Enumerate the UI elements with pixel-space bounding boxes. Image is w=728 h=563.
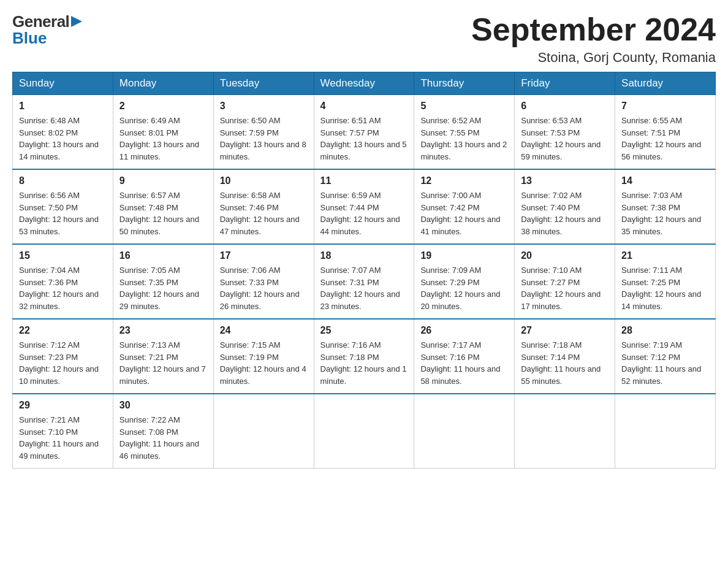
day-number: 28 [621,323,709,338]
sunset-text: Sunset: 7:10 PM [19,426,107,439]
sunrise-text: Sunrise: 7:05 AM [119,264,207,277]
day-number: 2 [119,99,207,113]
table-row: 11Sunrise: 6:59 AMSunset: 7:44 PMDayligh… [314,169,414,244]
sunrise-text: Sunrise: 7:09 AM [420,264,508,277]
daylight-text: Daylight: 12 hours and 1 minute. [320,363,408,387]
table-row: 24Sunrise: 7:15 AMSunset: 7:19 PMDayligh… [213,319,314,394]
day-number: 14 [621,174,709,188]
sunset-text: Sunset: 7:27 PM [521,277,609,289]
day-number: 1 [19,99,107,113]
table-row: 15Sunrise: 7:04 AMSunset: 7:36 PMDayligh… [13,244,113,319]
table-row: 3Sunrise: 6:50 AMSunset: 7:59 PMDaylight… [213,95,314,170]
sunrise-text: Sunrise: 7:17 AM [420,339,508,351]
table-row: 16Sunrise: 7:05 AMSunset: 7:35 PMDayligh… [113,244,213,319]
sunset-text: Sunset: 8:02 PM [19,127,107,139]
daylight-text: Daylight: 12 hours and 26 minutes. [220,288,308,312]
sunset-text: Sunset: 7:44 PM [320,202,408,214]
table-row [314,394,414,469]
sunset-text: Sunset: 7:50 PM [19,202,107,214]
day-number: 15 [19,248,107,263]
daylight-text: Daylight: 11 hours and 49 minutes. [19,438,107,462]
calendar-title: September 2024 [471,12,716,47]
sunrise-text: Sunrise: 6:52 AM [420,115,508,127]
daylight-text: Daylight: 12 hours and 47 minutes. [220,213,308,237]
day-number: 24 [220,323,308,338]
sunset-text: Sunset: 7:33 PM [220,277,308,289]
table-row [414,394,515,469]
logo: General Blue [12,12,83,48]
day-number: 10 [220,174,308,188]
table-row: 19Sunrise: 7:09 AMSunset: 7:29 PMDayligh… [414,244,515,319]
header-saturday: Saturday [615,72,716,95]
daylight-text: Daylight: 12 hours and 53 minutes. [19,213,107,237]
sunset-text: Sunset: 7:42 PM [420,202,508,214]
table-row: 21Sunrise: 7:11 AMSunset: 7:25 PMDayligh… [615,244,716,319]
daylight-text: Daylight: 12 hours and 44 minutes. [320,213,408,237]
daylight-text: Daylight: 13 hours and 8 minutes. [220,139,308,163]
sunrise-text: Sunrise: 7:04 AM [19,264,107,277]
table-row: 28Sunrise: 7:19 AMSunset: 7:12 PMDayligh… [615,319,716,394]
table-row: 22Sunrise: 7:12 AMSunset: 7:23 PMDayligh… [13,319,113,394]
table-row: 18Sunrise: 7:07 AMSunset: 7:31 PMDayligh… [314,244,414,319]
day-number: 16 [119,248,207,263]
sunrise-text: Sunrise: 7:11 AM [621,264,709,277]
daylight-text: Daylight: 11 hours and 55 minutes. [521,363,609,387]
logo-arrow-icon [70,15,83,28]
logo-blue-text: Blue [12,29,47,48]
sunrise-text: Sunrise: 6:55 AM [621,115,709,127]
sunset-text: Sunset: 7:18 PM [320,351,408,364]
sunrise-text: Sunrise: 6:53 AM [521,115,609,127]
daylight-text: Daylight: 13 hours and 5 minutes. [320,139,408,163]
sunset-text: Sunset: 7:31 PM [320,277,408,289]
daylight-text: Daylight: 12 hours and 38 minutes. [521,213,609,237]
sunrise-text: Sunrise: 6:48 AM [19,115,107,127]
table-row: 29Sunrise: 7:21 AMSunset: 7:10 PMDayligh… [13,394,113,469]
sunrise-text: Sunrise: 6:59 AM [320,190,408,202]
sunset-text: Sunset: 7:35 PM [119,277,207,289]
daylight-text: Daylight: 13 hours and 11 minutes. [119,139,207,163]
sunset-text: Sunset: 7:51 PM [621,127,709,139]
sunset-text: Sunset: 7:57 PM [320,127,408,139]
table-row: 14Sunrise: 7:03 AMSunset: 7:38 PMDayligh… [615,169,716,244]
day-number: 29 [19,398,107,413]
day-number: 5 [420,99,508,113]
daylight-text: Daylight: 12 hours and 7 minutes. [119,363,207,387]
daylight-text: Daylight: 12 hours and 32 minutes. [19,288,107,312]
table-row: 26Sunrise: 7:17 AMSunset: 7:16 PMDayligh… [414,319,515,394]
svg-marker-0 [71,16,82,27]
daylight-text: Daylight: 12 hours and 17 minutes. [521,288,609,312]
sunrise-text: Sunrise: 6:51 AM [320,115,408,127]
sunrise-text: Sunrise: 7:15 AM [220,339,308,351]
sunset-text: Sunset: 8:01 PM [119,127,207,139]
calendar-week-row: 29Sunrise: 7:21 AMSunset: 7:10 PMDayligh… [13,394,716,469]
sunset-text: Sunset: 7:46 PM [220,202,308,214]
sunrise-text: Sunrise: 6:50 AM [220,115,308,127]
calendar-subtitle: Stoina, Gorj County, Romania [471,50,716,66]
daylight-text: Daylight: 12 hours and 29 minutes. [119,288,207,312]
day-number: 27 [521,323,609,338]
daylight-text: Daylight: 12 hours and 50 minutes. [119,213,207,237]
sunset-text: Sunset: 7:25 PM [621,277,709,289]
daylight-text: Daylight: 11 hours and 58 minutes. [420,363,508,387]
day-number: 26 [420,323,508,338]
day-number: 19 [420,248,508,263]
table-row: 1Sunrise: 6:48 AMSunset: 8:02 PMDaylight… [13,95,113,170]
header-wednesday: Wednesday [314,72,414,95]
sunrise-text: Sunrise: 7:12 AM [19,339,107,351]
header-tuesday: Tuesday [213,72,314,95]
table-row: 6Sunrise: 6:53 AMSunset: 7:53 PMDaylight… [515,95,615,170]
page-header: General Blue September 2024 Stoina, Gorj… [12,12,716,66]
sunset-text: Sunset: 7:38 PM [621,202,709,214]
table-row: 13Sunrise: 7:02 AMSunset: 7:40 PMDayligh… [515,169,615,244]
sunset-text: Sunset: 7:12 PM [621,351,709,364]
sunset-text: Sunset: 7:16 PM [420,351,508,364]
calendar-week-row: 1Sunrise: 6:48 AMSunset: 8:02 PMDaylight… [13,95,716,170]
calendar-week-row: 8Sunrise: 6:56 AMSunset: 7:50 PMDaylight… [13,169,716,244]
day-number: 21 [621,248,709,263]
sunset-text: Sunset: 7:08 PM [119,426,207,439]
sunrise-text: Sunrise: 7:19 AM [621,339,709,351]
day-number: 13 [521,174,609,188]
day-number: 18 [320,248,408,263]
sunrise-text: Sunrise: 7:16 AM [320,339,408,351]
calendar-week-row: 22Sunrise: 7:12 AMSunset: 7:23 PMDayligh… [13,319,716,394]
